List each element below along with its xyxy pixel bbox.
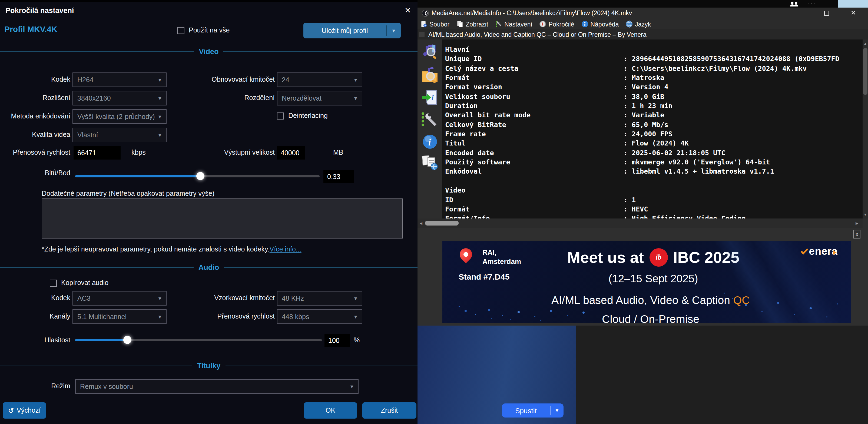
- titlebar[interactable]: MediaArea.net/MediaInfo - C:\Users\beeli…: [417, 7, 868, 19]
- window-close-button[interactable]: ✕: [848, 9, 858, 17]
- info-circle-icon[interactable]: i: [421, 133, 439, 150]
- bits-per-pixel-value[interactable]: 0.33: [323, 170, 354, 183]
- cancel-button[interactable]: Zrušit: [362, 402, 416, 419]
- background-window-strip: ...: [417, 0, 868, 7]
- desktop-dark-region: [576, 326, 868, 424]
- extra-params-textarea[interactable]: [42, 199, 403, 239]
- triangle-icon: [833, 250, 837, 255]
- info-row: Formát: HEVC: [445, 205, 862, 214]
- audio-kodek-label: Kodek: [0, 294, 70, 302]
- banner-dates: (12–15 Sept 2025): [524, 273, 783, 285]
- ok-button[interactable]: OK: [304, 402, 357, 419]
- scroll-down-icon[interactable]: ▼: [863, 213, 868, 216]
- banner-area: X RAI, Amsterdam Stand #7.D45 Meet us at…: [417, 228, 868, 326]
- media-search-icon[interactable]: [421, 44, 439, 60]
- bitrate-input[interactable]: 66471: [73, 146, 121, 159]
- menu-nastaveni[interactable]: Nastavení: [495, 21, 532, 28]
- bits-per-pixel-slider-fill: [75, 175, 200, 177]
- info-row: Použitý software: mkvmerge v92.0 ('Everg…: [445, 157, 862, 167]
- settings-wrench-icon[interactable]: [421, 112, 439, 128]
- folder-search-icon[interactable]: [421, 67, 439, 83]
- obnovovaci-label: Obnovovací kmitočet: [157, 76, 275, 83]
- profile-name: Profil MKV.4K: [4, 24, 57, 33]
- menu-soubor[interactable]: Soubor: [420, 21, 450, 28]
- sponsor-tagline-bar[interactable]: AI/ML based Audio, Video and Caption QC …: [417, 29, 868, 39]
- sample-rate-dropdown[interactable]: 48 KHz▼: [277, 291, 362, 306]
- info-row: Frame rate: 24,000 FPS: [445, 129, 862, 139]
- vertical-scrollbar[interactable]: ▲ ▼: [863, 39, 868, 218]
- deinterlacing-checkbox[interactable]: [277, 113, 284, 120]
- menu-zobrazit[interactable]: Zobrazit: [457, 21, 488, 28]
- extra-params-label: Dodatečné parametry (Netřeba opakovat pa…: [42, 190, 214, 198]
- close-icon[interactable]: ✕: [402, 5, 413, 16]
- background-tab-fragment: [838, 0, 868, 7]
- chevron-down-icon: ▼: [157, 133, 162, 138]
- scroll-up-icon[interactable]: ▲: [863, 42, 868, 46]
- chevron-down-icon: ▼: [353, 96, 358, 101]
- chevron-down-icon[interactable]: ▼: [387, 28, 401, 33]
- kodek-label: Kodek: [0, 76, 70, 83]
- rozliseni-label: Rozlišení: [0, 94, 70, 102]
- start-button[interactable]: Spustit ▼: [502, 403, 563, 418]
- export-info-icon[interactable]: i: [421, 89, 439, 105]
- screen: Pokročilá nastavení ✕ Profil MKV.4K Použ…: [0, 0, 868, 424]
- kvalita-dropdown[interactable]: Vlastní▼: [72, 128, 166, 142]
- menu-pokrocile[interactable]: Pokročilé: [539, 21, 574, 28]
- deinterlacing-label: Deinterlacing: [288, 112, 328, 120]
- people-icon: [789, 2, 799, 6]
- channels-dropdown[interactable]: 5.1 Multichannel▼: [72, 309, 166, 324]
- mediainfo-rows: HlavníUnique ID: 28966444951082585907536…: [445, 45, 862, 218]
- kodek-dropdown[interactable]: H264▼: [72, 72, 166, 87]
- obnovovaci-dropdown[interactable]: 24▼: [277, 72, 362, 87]
- banner-close-button[interactable]: X: [854, 230, 861, 239]
- save-profile-label: Uložit můj profil: [303, 27, 386, 34]
- info-row: Duration: 1 h 23 min: [445, 101, 862, 111]
- vertical-scroll-thumb[interactable]: [863, 48, 867, 95]
- menu-jazyk[interactable]: Jazyk: [626, 21, 651, 28]
- scroll-left-icon[interactable]: ◂: [420, 220, 422, 226]
- volume-label: Hlasitost: [0, 336, 70, 344]
- chevron-down-icon[interactable]: ▼: [551, 408, 563, 413]
- volume-value[interactable]: 100: [324, 334, 350, 347]
- advanced-settings-dialog: Pokročilá nastavení ✕ Profil MKV.4K Použ…: [0, 2, 417, 424]
- banner-headline: Meet us at ib IBC 2025: [524, 245, 783, 270]
- background-app-region: Spustit ▼: [417, 326, 576, 424]
- icon-sidebar: i i: [417, 39, 442, 218]
- horizontal-scrollbar[interactable]: ◂ ▸: [417, 218, 863, 228]
- sheets-globe-icon[interactable]: [421, 154, 439, 170]
- venera-logo: enera: [801, 245, 837, 258]
- subtitle-mode-dropdown[interactable]: Remux v souboru▼: [75, 379, 359, 394]
- info-row: Formát: Matroska: [445, 73, 862, 83]
- info-row: Video: [445, 185, 862, 195]
- apply-all-checkbox[interactable]: [177, 27, 184, 34]
- maximize-button[interactable]: [824, 11, 829, 16]
- audio-bitrate-dropdown[interactable]: 448 kbps▼: [277, 309, 362, 324]
- bits-per-pixel-slider-handle[interactable]: [196, 172, 205, 180]
- more-info-link[interactable]: Více info...: [270, 245, 302, 253]
- copy-audio-checkbox[interactable]: [50, 280, 57, 286]
- horizontal-scroll-thumb[interactable]: [425, 221, 459, 225]
- bits-per-pixel-label: Bitů/Bod: [0, 169, 70, 177]
- copy-audio-label: Kopírovat audio: [61, 279, 108, 286]
- audio-kodek-dropdown[interactable]: AC3▼: [72, 291, 166, 306]
- output-size-input[interactable]: 40000: [277, 146, 305, 159]
- wrench-icon: [495, 21, 502, 28]
- banner-location-line1: RAI,: [483, 248, 496, 256]
- globe-icon: [626, 21, 633, 28]
- menu-napoveda[interactable]: Nápověda: [581, 21, 619, 28]
- minimize-button[interactable]: —: [798, 9, 807, 16]
- rozdeleni-dropdown[interactable]: Nerozdělovat▼: [277, 91, 362, 105]
- rozliseni-dropdown[interactable]: 3840x2160▼: [72, 91, 166, 105]
- svg-text:i: i: [428, 138, 431, 147]
- tagline-text: AI/ML based Audio, Video and Caption QC …: [428, 31, 647, 38]
- ibc-banner[interactable]: RAI, Amsterdam Stand #7.D45 Meet us at i…: [442, 241, 851, 323]
- info-content: i i: [417, 39, 868, 218]
- kvalita-label: Kvalita videa: [0, 131, 70, 139]
- volume-slider-handle[interactable]: [123, 336, 131, 344]
- save-profile-button[interactable]: Uložit můj profil ▼: [303, 23, 401, 38]
- metoda-dropdown[interactable]: Vyšší kvalita (2-průchody)▼: [72, 109, 166, 124]
- scroll-right-icon[interactable]: ▸: [856, 220, 858, 226]
- sample-rate-label: Vzorkovací kmitočet: [157, 294, 275, 302]
- default-button[interactable]: ↺ Výchozí: [3, 402, 46, 419]
- chevron-down-icon: ▼: [349, 385, 354, 389]
